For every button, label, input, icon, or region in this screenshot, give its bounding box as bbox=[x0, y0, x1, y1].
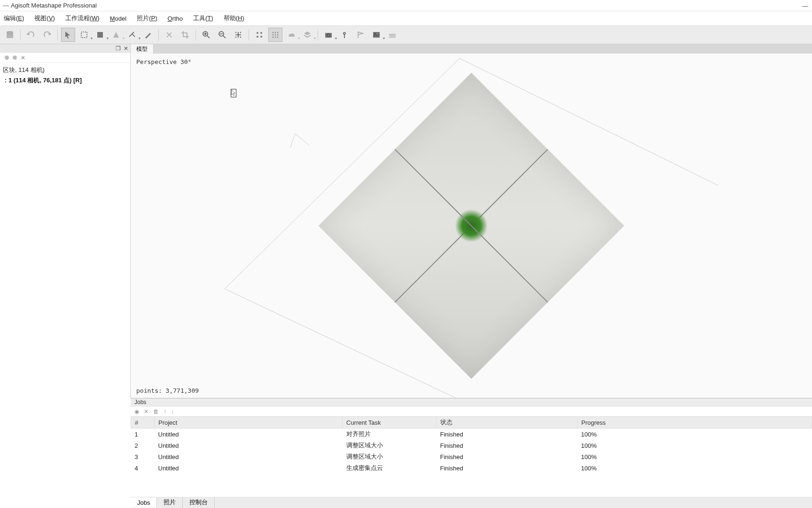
svg-line-28 bbox=[290, 134, 295, 148]
sidebar-mini-toolbar: ✕ bbox=[0, 53, 130, 63]
save-button[interactable] bbox=[3, 28, 17, 42]
separator bbox=[158, 29, 159, 40]
col-progress[interactable]: Progress bbox=[578, 417, 812, 429]
separator bbox=[57, 29, 58, 40]
zoom-out-button[interactable] bbox=[215, 28, 229, 42]
status-dot-icon bbox=[5, 56, 9, 60]
svg-point-12 bbox=[277, 32, 278, 33]
table-row[interactable]: 4Untitled生成密集点云Finished100% bbox=[131, 462, 812, 474]
svg-point-10 bbox=[273, 32, 273, 33]
viewport-tab-bar: 模型 bbox=[131, 44, 812, 54]
redo-button[interactable] bbox=[40, 28, 54, 42]
menu-edit[interactable]: 编辑(E) bbox=[4, 14, 24, 23]
svg-point-7 bbox=[260, 32, 262, 34]
window-controls: — bbox=[802, 0, 808, 11]
separator bbox=[318, 29, 318, 40]
svg-point-9 bbox=[260, 36, 262, 38]
svg-rect-3 bbox=[97, 32, 103, 38]
show-flags-button[interactable] bbox=[353, 28, 367, 42]
svg-point-21 bbox=[344, 32, 345, 34]
zoom-in-button[interactable] bbox=[199, 28, 213, 42]
workspace-tree[interactable]: 区块, 114 相机) : 1 (114 相机, 76,181 点) [R] bbox=[0, 63, 130, 87]
view-layers-button[interactable]: ▾ bbox=[300, 28, 314, 42]
svg-point-18 bbox=[277, 37, 278, 38]
svg-line-27 bbox=[295, 134, 309, 145]
main-area: ❐ ✕ ✕ 区块, 114 相机) : 1 (114 相机, 76,181 点)… bbox=[0, 44, 812, 398]
draw-tool[interactable] bbox=[141, 28, 155, 42]
col-status[interactable]: 状态 bbox=[437, 417, 578, 429]
svg-point-6 bbox=[257, 32, 258, 34]
sidebar-close-icon[interactable]: ✕ bbox=[124, 45, 128, 52]
perspective-label: Perspective 30° bbox=[136, 58, 191, 65]
svg-point-8 bbox=[257, 36, 258, 38]
menu-ortho[interactable]: Ortho bbox=[167, 15, 183, 22]
show-images-button[interactable]: ▾ bbox=[369, 28, 383, 42]
jobs-pause-icon[interactable]: ◉ bbox=[134, 408, 139, 415]
jobs-panel-title: Jobs bbox=[131, 398, 812, 407]
camera-capture-button[interactable]: ▾ bbox=[321, 28, 336, 42]
minimize-button[interactable]: — bbox=[802, 2, 808, 9]
table-row[interactable]: 3Untitled调整区域大小Finished100% bbox=[131, 451, 812, 462]
table-row[interactable]: 1Untitled对齐照片Finished100% bbox=[131, 429, 812, 440]
window-title: Agisoft Metashape Professional bbox=[11, 2, 97, 9]
menu-model[interactable]: Model bbox=[110, 15, 126, 22]
plant-object bbox=[455, 209, 488, 242]
sidebar-restore-icon[interactable]: ❐ bbox=[116, 45, 121, 52]
table-row[interactable]: 2Untitled调整区域大小Finished100% bbox=[131, 440, 812, 451]
clear-icon[interactable]: ✕ bbox=[21, 55, 25, 61]
3d-view[interactable]: Perspective 30° points: 3,771,309 bbox=[131, 54, 812, 398]
col-task[interactable]: Current Task bbox=[343, 417, 437, 429]
workspace-sidebar: ❐ ✕ ✕ 区块, 114 相机) : 1 (114 相机, 76,181 点)… bbox=[0, 44, 131, 398]
jobs-header-row: # Project Current Task 状态 Progress bbox=[131, 417, 812, 429]
points-label: points: 3,771,309 bbox=[136, 387, 199, 394]
jobs-down-icon[interactable]: ↓ bbox=[171, 408, 174, 415]
tab-jobs[interactable]: Jobs bbox=[131, 498, 157, 508]
model-viewport: 模型 Perspective 30° points: 3,771,309 bbox=[131, 44, 812, 398]
menu-photo[interactable]: 照片(P) bbox=[137, 14, 157, 23]
delete-button[interactable] bbox=[162, 28, 176, 42]
svg-point-13 bbox=[273, 34, 273, 35]
undo-button[interactable] bbox=[24, 28, 38, 42]
show-grid-button[interactable] bbox=[385, 28, 399, 42]
jobs-up-icon[interactable]: ↑ bbox=[164, 408, 166, 415]
col-number[interactable]: # bbox=[131, 417, 155, 429]
view-cloud-button[interactable]: ▾ bbox=[284, 28, 298, 42]
region-tool[interactable]: ▾ bbox=[93, 28, 107, 42]
status-dot-icon bbox=[13, 56, 17, 60]
view-sparse-button[interactable] bbox=[252, 28, 266, 42]
navigate-tool[interactable] bbox=[61, 28, 75, 42]
svg-point-16 bbox=[273, 37, 273, 38]
svg-point-14 bbox=[275, 34, 276, 35]
toolbar: ▾ ▾ ▾ ▾ ▾ ▾ ▾ ▾ bbox=[0, 25, 812, 44]
tab-console[interactable]: 控制台 bbox=[183, 497, 215, 508]
jobs-table: # Project Current Task 状态 Progress 1Unti… bbox=[131, 416, 812, 497]
separator bbox=[20, 29, 21, 40]
jobs-cancel-icon[interactable]: ✕ bbox=[144, 408, 148, 415]
rotate-region-tool[interactable]: ▾ bbox=[109, 28, 123, 42]
tree-chunk-summary[interactable]: 区块, 114 相机) bbox=[3, 65, 127, 75]
jobs-toolbar: ◉ ✕ 🗑 ↑ ↓ bbox=[131, 407, 812, 416]
menu-help[interactable]: 帮助(H) bbox=[224, 14, 244, 23]
view-dense-button[interactable] bbox=[268, 28, 282, 42]
jobs-panel: Jobs ◉ ✕ 🗑 ↑ ↓ # Project Current Task 状态… bbox=[131, 398, 812, 497]
ruler-tool[interactable]: ▾ bbox=[125, 28, 139, 42]
show-markers-button[interactable] bbox=[337, 28, 351, 42]
svg-point-11 bbox=[275, 32, 276, 33]
svg-rect-2 bbox=[81, 32, 87, 38]
svg-point-15 bbox=[277, 34, 278, 35]
rect-select-tool[interactable]: ▾ bbox=[77, 28, 91, 42]
menu-view[interactable]: 视图(V) bbox=[34, 14, 55, 23]
zoom-fit-button[interactable] bbox=[231, 28, 245, 42]
menu-tools[interactable]: 工具(T) bbox=[193, 14, 213, 23]
title-bar: — Agisoft Metashape Professional — bbox=[0, 0, 812, 11]
tab-photos[interactable]: 照片 bbox=[157, 497, 183, 508]
tree-chunk-item[interactable]: : 1 (114 相机, 76,181 点) [R] bbox=[3, 75, 127, 86]
svg-point-17 bbox=[275, 37, 276, 38]
menu-bar: 编辑(E) 视图(V) 工作流程(W) Model 照片(P) Ortho 工具… bbox=[0, 11, 812, 25]
cursor-icon bbox=[231, 89, 236, 97]
jobs-delete-icon[interactable]: 🗑 bbox=[153, 408, 159, 415]
col-project[interactable]: Project bbox=[155, 417, 343, 429]
crop-button[interactable] bbox=[178, 28, 192, 42]
menu-workflow[interactable]: 工作流程(W) bbox=[65, 14, 100, 23]
tab-model[interactable]: 模型 bbox=[131, 44, 154, 54]
